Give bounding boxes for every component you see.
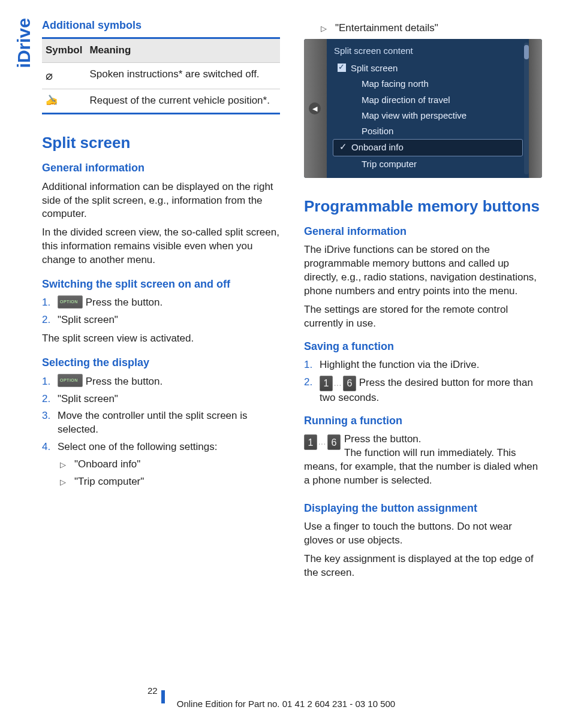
- heading-saving: Saving a function: [304, 339, 542, 354]
- selecting-step3-text: Move the controller until the split scre…: [58, 410, 248, 435]
- page-number: 22: [147, 685, 165, 698]
- memory-buttons-icon: 1...6: [320, 376, 356, 391]
- footer-text: Online Edition for Part no. 01 41 2 604 …: [177, 699, 395, 709]
- idrive-menu-header: Split screen content: [333, 43, 523, 61]
- idrive-item-label: Split screen: [351, 63, 398, 73]
- idrive-item-map-north: Map facing north: [333, 76, 523, 92]
- top-bullet-entertainment: "Entertainment details": [321, 22, 542, 35]
- idrive-item-label: Map direction of travel: [362, 95, 450, 105]
- option-button-icon: [58, 295, 83, 309]
- heading-general-info-left: General information: [42, 161, 280, 175]
- running-p1b: The function will run immediately. This …: [304, 447, 538, 486]
- heading-running: Running a function: [304, 413, 542, 428]
- memory-buttons-icon: 1...6: [304, 434, 341, 450]
- th-symbol: Symbol: [42, 38, 86, 63]
- page-body: Additional symbols Symbol Meaning ⌀ Spok…: [0, 0, 572, 585]
- selecting-step4: 4. Select one of the following settings:…: [42, 440, 280, 489]
- prog-general-p1: The iDrive functions can be stored on th…: [304, 243, 542, 298]
- idrive-scrollbar: [524, 43, 529, 174]
- switching-step2-text: "Split screen": [58, 314, 118, 325]
- th-meaning: Meaning: [86, 38, 280, 63]
- symbol-request-meaning: Request of the current vehicle position*…: [86, 89, 280, 114]
- selecting-step3: 3. Move the controller until the split s…: [42, 409, 280, 437]
- general-p2: In the divided screen view, the so-calle…: [42, 226, 280, 267]
- selecting-step4-num: 4.: [42, 440, 50, 454]
- switching-step1-text: Press the button.: [83, 297, 162, 308]
- selecting-sub-trip: "Trip computer": [60, 475, 280, 489]
- selecting-sub-onboard: "Onboard info": [60, 458, 280, 472]
- option-button-icon: [58, 374, 83, 387]
- idrive-item-trip-computer: Trip computer: [333, 156, 523, 172]
- saving-step1: 1. Highlight the function via the iDrive…: [304, 358, 542, 372]
- running-p: 1...6 Press the button. The function wil…: [304, 433, 542, 488]
- idrive-item-onboard-info: Onboard info: [333, 139, 523, 156]
- switching-note: The split screen view is activated.: [42, 332, 280, 346]
- symbol-mute-icon: ⌀: [42, 63, 86, 89]
- selecting-step1-num: 1.: [42, 375, 50, 389]
- saving-step2: 2. 1...6 Press the desired button for mo…: [304, 376, 542, 405]
- page-bar-icon: [161, 690, 165, 703]
- general-p1: Additional information can be displayed …: [42, 180, 280, 222]
- idrive-item-label: Onboard info: [351, 142, 404, 152]
- selecting-step3-num: 3.: [42, 409, 50, 423]
- running-p1a: Press the button.: [344, 433, 422, 445]
- heading-general-info-right: General information: [304, 224, 542, 238]
- selecting-step2-text: "Split screen": [58, 393, 118, 404]
- idrive-item-map-direction: Map direction of travel: [333, 92, 523, 108]
- saving-step1-text: Highlight the function via the iDrive.: [320, 359, 479, 370]
- idrive-item-label: Trip computer: [362, 159, 417, 169]
- selecting-step4-text: Select one of the following settings:: [58, 441, 218, 452]
- selecting-step2: 2. "Split screen": [42, 392, 280, 406]
- display-p2: The key assignment is displayed at the t…: [304, 552, 542, 580]
- idrive-item-label: Map facing north: [362, 78, 429, 89]
- heading-additional-symbols: Additional symbols: [42, 18, 280, 32]
- heading-display-assignment: Displaying the button assignment: [304, 501, 542, 515]
- idrive-item-position: Position: [333, 123, 523, 139]
- idrive-right-panel: [529, 39, 542, 178]
- idrive-item-map-perspective: Map view with perspective: [333, 108, 523, 123]
- selecting-step2-num: 2.: [42, 392, 50, 406]
- page-number-text: 22: [147, 685, 158, 696]
- heading-programmable-memory: Programmable memory buttons: [304, 196, 542, 217]
- heading-switching: Switching the split screen on and off: [42, 277, 280, 291]
- symbols-table: Symbol Meaning ⌀ Spoken instructions* ar…: [42, 37, 280, 114]
- idrive-left-arrow-icon: ◀: [309, 102, 321, 114]
- idrive-item-label: Position: [362, 126, 393, 136]
- heading-split-screen: Split screen: [42, 132, 280, 153]
- saving-step2-num: 2.: [304, 376, 312, 389]
- display-p1: Use a finger to touch the buttons. Do no…: [304, 520, 542, 548]
- selecting-step1: 1. Press the button.: [42, 375, 280, 389]
- switching-step1: 1. Press the button.: [42, 296, 280, 310]
- idrive-screenshot: ◀ Split screen content Split screen Map …: [304, 39, 542, 178]
- saving-step1-num: 1.: [304, 358, 312, 372]
- idrive-item-split-screen: Split screen: [333, 61, 523, 76]
- prog-general-p2: The settings are stored for the remote c…: [304, 303, 542, 331]
- selecting-step1-text: Press the button.: [83, 376, 162, 387]
- right-column: "Entertainment details" ◀ Split screen c…: [304, 18, 542, 585]
- idrive-menu: Split screen content Split screen Map fa…: [327, 39, 529, 178]
- symbol-mute-meaning: Spoken instructions* are switched off.: [86, 63, 280, 89]
- footer: 22 Online Edition for Part no. 01 41 2 6…: [0, 698, 572, 710]
- switching-step2-num: 2.: [42, 313, 50, 327]
- left-column: Additional symbols Symbol Meaning ⌀ Spok…: [42, 18, 280, 585]
- switching-step1-num: 1.: [42, 296, 50, 310]
- idrive-left-panel: ◀: [304, 39, 327, 178]
- heading-selecting: Selecting the display: [42, 355, 280, 370]
- symbol-request-icon: ✍: [42, 89, 86, 114]
- switching-step2: 2. "Split screen": [42, 313, 280, 327]
- idrive-item-label: Map view with perspective: [362, 110, 466, 120]
- sidebar-tab-idrive: iDrive: [12, 18, 37, 68]
